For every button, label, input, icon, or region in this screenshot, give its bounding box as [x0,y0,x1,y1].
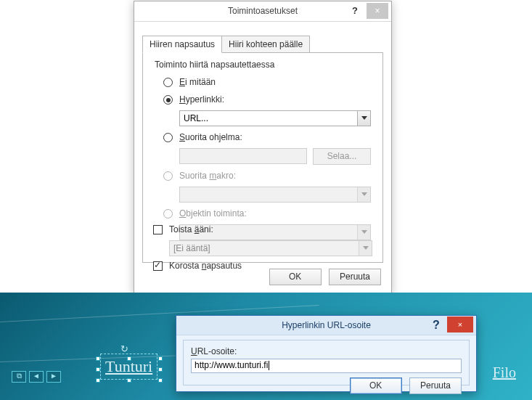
dialog1-close-button[interactable]: × [367,3,388,19]
text-caret [269,361,269,370]
slide-nav-icons: ⧉ ◄ ► [12,371,61,383]
dialog2-titlebar[interactable]: Hyperlinkin URL-osoite ? × [176,316,476,335]
radio-run-program-label[interactable]: Suorita ohjelma: [179,132,242,142]
dialog1-tabs: Hiiren napsautusHiiri kohteen päälle [142,36,310,53]
dialog1-help-button[interactable]: ? [345,3,365,19]
radio-run-macro [163,171,173,181]
nav-next-icon[interactable]: ► [46,371,61,383]
highlight-click-checkbox[interactable] [153,261,163,271]
selection-handle[interactable] [158,378,163,383]
sound-dropdown-value: [Ei ääntä] [173,243,210,253]
tab-mouse-click[interactable]: Hiiren napsautus [142,36,222,53]
rotate-handle-icon[interactable]: ↻ [120,343,131,354]
dialog1-buttons: OK Peruuta [265,269,381,285]
url-input[interactable]: http://www.tunturi.fi [191,359,462,373]
url-label: URL-osoite: [191,346,462,356]
radio-object-action [163,209,173,219]
highlight-click-label[interactable]: Korosta napsautus [169,261,242,271]
dialog2-buttons: OK Peruuta [191,377,462,394]
hyperlink-dropdown-button[interactable] [357,111,370,126]
selection-handle[interactable] [158,367,163,372]
sound-dropdown: [Ei ääntä] [169,240,372,256]
selection-handle[interactable] [158,356,163,361]
dialog2-close-button[interactable]: × [447,317,473,332]
hyperlink-url-dialog: Hyperlinkin URL-osoite ? × URL-osoite: h… [176,315,477,392]
action-settings-dialog: Toimintoasetukset ? × Hiiren napsautusHi… [134,1,392,294]
option-hyperlink-row: Hyperlinkki: [163,93,371,109]
option-none-row: Ei mitään [163,75,371,91]
run-program-path-input [179,148,307,164]
radio-none[interactable] [163,78,173,87]
option-run-program-row: Suorita ohjelma: [163,131,371,147]
radio-run-macro-label: Suorita makro: [179,171,236,181]
option-run-macro-row: Suorita makro: [163,169,371,185]
nav-prev-icon[interactable]: ◄ [29,371,44,383]
dialog2-cancel-button[interactable]: Peruuta [409,377,462,394]
dialog2-ok-button[interactable]: OK [350,377,402,394]
sound-dropdown-button [359,241,372,256]
hyperlink-dropdown[interactable]: URL... [179,110,371,126]
action-group: Toiminto hiirtä napsautettaessa Ei mitää… [153,61,372,219]
dialog2-body: URL-osoite: http://www.tunturi.fi OK Per… [183,340,470,385]
radio-hyperlink[interactable] [163,95,173,105]
dialog1-ok-button[interactable]: OK [269,269,322,285]
radio-none-label[interactable]: Ei mitään [179,77,216,87]
play-sound-checkbox[interactable] [153,225,163,234]
dialog1-titlebar[interactable]: Toimintoasetukset ? × [134,1,391,22]
radio-run-program[interactable] [163,133,173,142]
macro-dropdown-button [357,187,370,202]
url-input-value: http://www.tunturi.fi [195,360,268,370]
action-group-title: Toiminto hiirtä napsautettaessa [155,60,274,70]
macro-dropdown [179,187,371,203]
radio-hyperlink-label[interactable]: Hyperlinkki: [179,94,224,105]
slide-hyperlink-filo[interactable]: Filo [493,364,516,381]
dialog1-tabpanel: Toiminto hiirtä napsautettaessa Ei mitää… [142,52,383,263]
play-sound-row: Toista ääni: [153,223,372,239]
tab-mouse-over[interactable]: Hiiri kohteen päälle [222,36,310,53]
nav-first-icon[interactable]: ⧉ [12,371,26,383]
slide-hyperlink-tunturi[interactable]: Tunturi [100,354,157,380]
browse-button: Selaa... [313,148,371,165]
hyperlink-dropdown-value: URL... [184,113,208,123]
dialog1-cancel-button[interactable]: Peruuta [329,269,381,285]
radio-object-action-label: Objektin toiminta: [179,208,247,219]
option-object-action-row: Objektin toiminta: [163,207,371,223]
play-sound-label[interactable]: Toista ääni: [169,224,213,234]
dialog2-help-button[interactable]: ? [427,317,446,333]
